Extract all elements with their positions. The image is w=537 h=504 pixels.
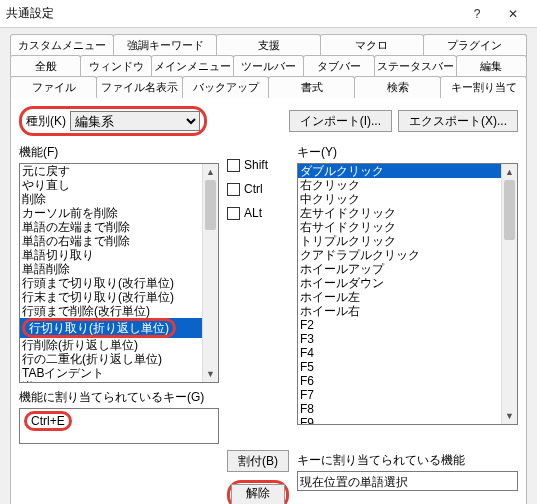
scroll-thumb[interactable] <box>205 180 216 230</box>
assigned-func-label: キーに割り当てられている機能 <box>297 452 518 469</box>
release-button[interactable]: 解除(R) <box>231 484 285 504</box>
list-item[interactable]: F8 <box>298 402 501 416</box>
list-item[interactable]: 右サイドクリック <box>298 220 501 234</box>
keys-listbox[interactable]: ダブルクリック右クリック中クリック左サイドクリック右サイドクリックトリプルクリッ… <box>297 163 518 425</box>
tab-ツールバー[interactable]: ツールバー <box>233 55 304 77</box>
list-item[interactable]: クアドラプルクリック <box>298 248 501 262</box>
list-item[interactable]: 右クリック <box>298 178 501 192</box>
tab-ステータスバー[interactable]: ステータスバー <box>374 55 457 77</box>
assign-button[interactable]: 割付(B) <box>227 450 289 472</box>
functions-label: 機能(F) <box>19 144 219 161</box>
assigned-keys-box[interactable]: Ctrl+E <box>19 408 219 444</box>
list-item[interactable]: 行切り取り(折り返し単位) <box>20 318 202 338</box>
list-item[interactable]: ホイール右 <box>298 304 501 318</box>
list-item[interactable]: 単語削除 <box>20 262 202 276</box>
list-item[interactable]: 行削除(折り返し単位) <box>20 338 202 352</box>
list-item[interactable]: F2 <box>298 318 501 332</box>
alt-label: ALt <box>244 206 262 220</box>
tab-メインメニュー[interactable]: メインメニュー <box>151 55 234 77</box>
list-item[interactable]: F7 <box>298 388 501 402</box>
assigned-key-value: Ctrl+E <box>31 414 65 428</box>
tab-ウィンドウ[interactable]: ウィンドウ <box>80 55 151 77</box>
tab-タブバー[interactable]: タブバー <box>303 55 374 77</box>
tab-カスタムメニュー[interactable]: カスタムメニュー <box>10 34 114 56</box>
tab-支援[interactable]: 支援 <box>216 34 320 56</box>
scrollbar[interactable]: ▲ ▼ <box>202 164 218 382</box>
scrollbar[interactable]: ▲ ▼ <box>501 164 517 424</box>
list-item[interactable]: ホイールダウン <box>298 276 501 290</box>
list-item[interactable]: F3 <box>298 332 501 346</box>
tab-pane: 種別(K) 編集系 インポート(I)... エクスポート(X)... 機能(F)… <box>10 97 527 504</box>
release-highlight: 解除(R) <box>227 480 289 504</box>
assigned-func-value: 現在位置の単語選択 <box>300 475 408 489</box>
tab-プラグイン[interactable]: プラグイン <box>423 34 527 56</box>
scroll-thumb[interactable] <box>504 180 515 240</box>
help-icon[interactable]: ? <box>459 3 495 25</box>
scroll-up-icon[interactable]: ▲ <box>502 164 517 180</box>
list-item[interactable]: やり直し <box>20 178 202 192</box>
list-item[interactable]: カーソル前を削除 <box>20 206 202 220</box>
scroll-down-icon[interactable]: ▼ <box>502 408 517 424</box>
assigned-func-box: 現在位置の単語選択 <box>297 471 518 491</box>
type-group-highlight: 種別(K) 編集系 <box>19 106 207 136</box>
ctrl-checkbox[interactable] <box>227 183 240 196</box>
tab-書式[interactable]: 書式 <box>268 76 355 98</box>
tab-ファイル名表示[interactable]: ファイル名表示 <box>96 76 183 98</box>
list-item[interactable]: 単語の右端まで削除 <box>20 234 202 248</box>
list-item[interactable]: 行末まで切り取り(改行単位) <box>20 290 202 304</box>
import-button[interactable]: インポート(I)... <box>289 110 392 132</box>
ctrl-label: Ctrl <box>244 182 263 196</box>
ctrl-checkbox-row[interactable]: Ctrl <box>227 182 289 196</box>
assigned-keys-label: 機能に割り当てられているキー(G) <box>19 389 219 406</box>
tab-検索[interactable]: 検索 <box>354 76 441 98</box>
keys-label: キー(Y) <box>297 144 518 161</box>
tab-全般[interactable]: 全般 <box>10 55 81 77</box>
export-button[interactable]: エクスポート(X)... <box>398 110 518 132</box>
list-item[interactable]: 行頭まで削除(改行単位) <box>20 304 202 318</box>
list-item[interactable]: ダブルクリック <box>298 164 501 178</box>
list-item[interactable]: トリプルクリック <box>298 234 501 248</box>
list-item[interactable]: F5 <box>298 360 501 374</box>
tab-編集[interactable]: 編集 <box>456 55 527 77</box>
list-item[interactable]: F9 <box>298 416 501 424</box>
tab-バックアップ[interactable]: バックアップ <box>182 76 269 98</box>
tab-ファイル[interactable]: ファイル <box>10 76 97 98</box>
list-item[interactable]: ホイールアップ <box>298 262 501 276</box>
tab-マクロ[interactable]: マクロ <box>320 34 424 56</box>
close-icon[interactable]: ✕ <box>495 3 531 25</box>
alt-checkbox-row[interactable]: ALt <box>227 206 289 220</box>
scroll-up-icon[interactable]: ▲ <box>203 164 218 180</box>
shift-checkbox[interactable] <box>227 159 240 172</box>
type-label: 種別(K) <box>26 113 66 130</box>
list-item[interactable]: 単語切り取り <box>20 248 202 262</box>
alt-checkbox[interactable] <box>227 207 240 220</box>
type-select[interactable]: 編集系 <box>70 111 200 131</box>
tab-キー割り当て[interactable]: キー割り当て <box>440 76 527 98</box>
list-item[interactable]: 左サイドクリック <box>298 206 501 220</box>
list-item[interactable]: F6 <box>298 374 501 388</box>
list-item[interactable]: F4 <box>298 346 501 360</box>
shift-checkbox-row[interactable]: Shift <box>227 158 289 172</box>
list-item[interactable]: 削除 <box>20 192 202 206</box>
list-item[interactable]: 中クリック <box>298 192 501 206</box>
tab-強調キーワード[interactable]: 強調キーワード <box>113 34 217 56</box>
list-item[interactable]: 行頭まで切り取り(改行単位) <box>20 276 202 290</box>
functions-listbox[interactable]: 元に戻すやり直し削除カーソル前を削除単語の左端まで削除単語の右端まで削除単語切り… <box>19 163 219 383</box>
shift-label: Shift <box>244 158 268 172</box>
scroll-down-icon[interactable]: ▼ <box>203 366 218 382</box>
list-item[interactable]: 元に戻す <box>20 164 202 178</box>
assigned-key-highlight: Ctrl+E <box>24 411 72 431</box>
title-bar: 共通設定 ? ✕ <box>0 0 537 28</box>
list-item[interactable]: 行の二重化(折り返し単位) <box>20 352 202 366</box>
list-item[interactable]: ホイール左 <box>298 290 501 304</box>
list-item[interactable]: TABインデント <box>20 366 202 380</box>
list-item[interactable]: 単語の左端まで削除 <box>20 220 202 234</box>
window-title: 共通設定 <box>6 5 459 22</box>
list-item[interactable]: 逆TABインデント <box>20 380 202 382</box>
